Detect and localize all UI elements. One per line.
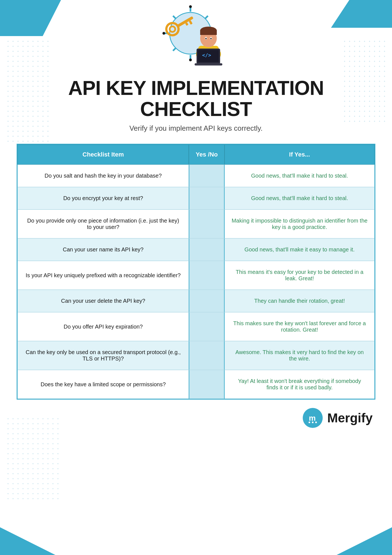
svg-point-33 — [315, 422, 317, 423]
if-yes-text: This means it's easy for your key to be … — [225, 261, 375, 290]
svg-point-29 — [210, 38, 212, 39]
col-header-if-yes: If Yes... — [225, 145, 375, 165]
yes-no-cell[interactable] — [189, 290, 225, 312]
if-yes-text: Awesome. This makes it very hard to find… — [225, 341, 375, 370]
table-row: Do you encrypt your key at rest?Good new… — [17, 187, 375, 210]
mergify-brand-name: Mergify — [327, 410, 373, 425]
if-yes-text: This makes sure the key won't last forev… — [225, 312, 375, 341]
yes-no-cell[interactable] — [189, 210, 225, 238]
table-row: Can your user delete the API key?They ca… — [17, 290, 375, 312]
col-header-item: Checklist Item — [17, 145, 189, 165]
svg-rect-25 — [200, 30, 217, 35]
table-row: Do you salt and hash the key in your dat… — [17, 165, 375, 187]
svg-text:</>: </> — [202, 52, 211, 58]
hero-illustration: </> — [157, 0, 235, 72]
table-row: Do you offer API key expiration?This mak… — [17, 312, 375, 341]
checklist-item-text: Do you offer API key expiration? — [17, 312, 189, 341]
corner-decoration-bottom-right — [337, 527, 392, 555]
checklist-table: Checklist Item Yes /No If Yes... Do you … — [17, 144, 375, 400]
table-row: Is your API key uniquely prefixed with a… — [17, 261, 375, 290]
table-row: Can the key only be used on a secured tr… — [17, 341, 375, 370]
mergify-logo-icon: m — [307, 412, 319, 424]
yes-no-cell[interactable] — [189, 187, 225, 210]
if-yes-text: Making it impossible to distinguish an i… — [225, 210, 375, 238]
svg-text:m: m — [309, 414, 316, 422]
svg-point-28 — [205, 38, 207, 39]
checklist-item-text: Can the key only be used on a secured tr… — [17, 341, 189, 370]
yes-no-cell[interactable] — [189, 341, 225, 370]
yes-no-cell[interactable] — [189, 370, 225, 399]
checklist-item-text: Does the key have a limited scope or per… — [17, 370, 189, 399]
yes-no-cell[interactable] — [189, 165, 225, 187]
if-yes-text: Good news, that'll make it hard to steal… — [225, 187, 375, 210]
mergify-logo-circle: m — [303, 408, 323, 428]
checklist-item-text: Is your API key uniquely prefixed with a… — [17, 261, 189, 290]
page-title: API KEY IMPLEMENTATION CHECKLIST — [17, 78, 375, 120]
svg-point-32 — [312, 422, 314, 423]
if-yes-text: They can handle their rotation, great! — [225, 290, 375, 312]
page-subtitle: Verify if you implement API keys correct… — [17, 124, 375, 133]
svg-point-31 — [309, 422, 310, 423]
yes-no-cell[interactable] — [189, 238, 225, 261]
checklist-item-text: Do you encrypt your key at rest? — [17, 187, 189, 210]
corner-decoration-bottom-left — [0, 527, 55, 555]
hero-section: </> — [17, 0, 375, 78]
svg-line-5 — [173, 16, 176, 19]
footer-logo-section: m Mergify — [17, 400, 375, 428]
table-row: Does the key have a limited scope or per… — [17, 370, 375, 399]
svg-point-9 — [189, 5, 192, 8]
yes-no-cell[interactable] — [189, 261, 225, 290]
if-yes-text: Good news, that'll make it hard to steal… — [225, 165, 375, 187]
table-row: Do you provide only one piece of informa… — [17, 210, 375, 238]
checklist-item-text: Do you salt and hash the key in your dat… — [17, 165, 189, 187]
col-header-yes-no: Yes /No — [189, 145, 225, 165]
if-yes-text: Yay! At least it won't break everything … — [225, 370, 375, 399]
svg-point-10 — [189, 59, 192, 61]
if-yes-text: Good news, that'll make it easy to manag… — [225, 238, 375, 261]
checklist-item-text: Can your user name its API key? — [17, 238, 189, 261]
checklist-item-text: Can your user delete the API key? — [17, 290, 189, 312]
svg-line-8 — [173, 48, 176, 51]
svg-rect-22 — [195, 63, 222, 65]
checklist-item-text: Do you provide only one piece of informa… — [17, 210, 189, 238]
yes-no-cell[interactable] — [189, 312, 225, 341]
svg-line-7 — [205, 16, 208, 19]
svg-point-11 — [162, 32, 165, 35]
table-row: Can your user name its API key?Good news… — [17, 238, 375, 261]
